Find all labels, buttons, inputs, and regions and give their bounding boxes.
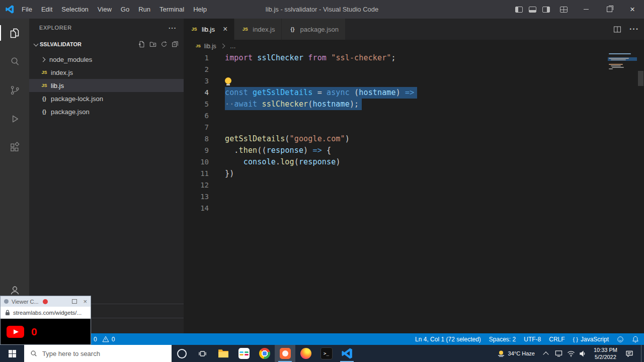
- lightbulb-icon[interactable]: [225, 77, 231, 84]
- code-line-13[interactable]: 13: [184, 191, 644, 203]
- wifi-tray-icon[interactable]: [565, 350, 577, 357]
- code-line-9[interactable]: 9 .then((response) => {: [184, 145, 644, 156]
- file-item-package.json[interactable]: {}package.json: [29, 105, 184, 118]
- file-item-node_modules[interactable]: node_modules: [29, 53, 184, 66]
- toggle-secondary-sidebar-icon[interactable]: [542, 7, 550, 13]
- terminal-button[interactable]: >_: [316, 345, 337, 362]
- start-button[interactable]: [0, 345, 24, 362]
- overlay-restore-icon[interactable]: [72, 299, 77, 304]
- overlay-titlebar[interactable]: Viewer C... ×: [1, 296, 91, 307]
- firefox-button[interactable]: [295, 345, 316, 362]
- code-editor[interactable]: 1import sslChecker from "ssl-checker";23…: [184, 52, 644, 333]
- folder-section-header[interactable]: SSLVALIDATOR: [29, 37, 184, 52]
- hidden-icons-chevron[interactable]: [543, 351, 548, 357]
- search-input[interactable]: [41, 349, 154, 358]
- activity-explorer-icon[interactable]: [0, 19, 29, 47]
- taskbar-clock[interactable]: 10:33 PM 5/2/2022: [589, 346, 622, 360]
- code-line-14[interactable]: 14: [184, 203, 644, 214]
- encoding[interactable]: UTF-8: [524, 336, 541, 343]
- close-button[interactable]: ×: [621, 0, 644, 19]
- minimize-button[interactable]: [575, 0, 598, 19]
- slack-button[interactable]: [233, 345, 254, 362]
- weather-widget[interactable]: 34°C Haze: [492, 349, 540, 357]
- eol-sequence[interactable]: CRLF: [549, 336, 565, 343]
- editor-scrollbar[interactable]: [638, 71, 643, 86]
- menubar: FileEditSelectionViewGoRunTerminalHelp: [17, 0, 211, 19]
- tab-package.json[interactable]: {}package.json: [282, 19, 346, 40]
- line-text: import sslChecker from "ssl-checker";: [225, 52, 396, 64]
- collapse-folders-icon[interactable]: [172, 41, 179, 48]
- overlay-address-bar[interactable]: streamlabs.com/widgets/...: [1, 307, 91, 319]
- cortana-button[interactable]: [172, 345, 192, 362]
- new-folder-icon[interactable]: [149, 41, 156, 48]
- file-item-package-lock.json[interactable]: {}package-lock.json: [29, 92, 184, 105]
- toggle-panel-icon[interactable]: [529, 7, 536, 13]
- feedback-icon[interactable]: [617, 336, 624, 343]
- code-line-6[interactable]: 6: [184, 110, 644, 122]
- close-icon[interactable]: ×: [223, 25, 227, 34]
- taskbar-search[interactable]: [24, 345, 172, 362]
- postman-button[interactable]: [275, 345, 295, 362]
- minimap[interactable]: [608, 53, 637, 83]
- youtube-icon: [7, 326, 24, 338]
- split-editor-icon[interactable]: [613, 26, 621, 33]
- line-number: 11: [184, 168, 209, 179]
- code-line-11[interactable]: 11}): [184, 168, 644, 179]
- menu-item-go[interactable]: Go: [116, 0, 134, 19]
- tab-index.js[interactable]: JSindex.js: [234, 19, 282, 40]
- code-line-7[interactable]: 7: [184, 122, 644, 133]
- vscode-taskbar-button[interactable]: [337, 345, 357, 362]
- restore-button[interactable]: [598, 0, 621, 19]
- activity-source-control-icon[interactable]: [0, 76, 29, 105]
- breadcrumb[interactable]: JS lib.js …: [184, 40, 644, 52]
- show-desktop-button[interactable]: [641, 345, 644, 362]
- customize-layout-icon[interactable]: [560, 7, 568, 13]
- notifications-bell-icon[interactable]: [632, 336, 639, 343]
- line-text: getSslDetails("google.com"): [225, 133, 350, 145]
- explorer-more-actions-icon[interactable]: ···: [169, 24, 177, 32]
- code-line-3[interactable]: 3: [184, 75, 644, 87]
- chrome-button[interactable]: [254, 345, 275, 362]
- task-view-button[interactable]: [192, 345, 213, 362]
- menu-item-edit[interactable]: Edit: [37, 0, 57, 19]
- activity-extensions-icon[interactable]: [0, 133, 29, 162]
- menu-item-file[interactable]: File: [17, 0, 37, 19]
- tab-lib.js[interactable]: JSlib.js×: [184, 19, 234, 40]
- file-item-lib.js[interactable]: JSlib.js: [29, 79, 184, 92]
- indentation[interactable]: Spaces: 2: [489, 336, 516, 343]
- code-line-5[interactable]: 5··await sslChecker(hostname);: [184, 99, 644, 110]
- overlay-url[interactable]: streamlabs.com/widgets/...: [13, 310, 82, 316]
- menu-item-terminal[interactable]: Terminal: [155, 0, 189, 19]
- code-line-8[interactable]: 8getSslDetails("google.com"): [184, 133, 644, 145]
- refresh-icon[interactable]: [160, 41, 168, 48]
- display-tray-icon[interactable]: [553, 350, 565, 357]
- menu-item-run[interactable]: Run: [134, 0, 155, 19]
- activity-run-debug-icon[interactable]: [0, 105, 29, 133]
- code-line-1[interactable]: 1import sslChecker from "ssl-checker";: [184, 52, 644, 64]
- overlay-close-icon[interactable]: ×: [83, 298, 87, 305]
- viewer-overlay-window[interactable]: Viewer C... × streamlabs.com/widgets/...…: [0, 296, 91, 345]
- language-mode[interactable]: { } JavaScript: [573, 336, 609, 343]
- breadcrumb-symbol-ellipsis[interactable]: …: [230, 43, 236, 50]
- code-line-10[interactable]: 10 console.log(response): [184, 156, 644, 168]
- menu-item-help[interactable]: Help: [189, 0, 211, 19]
- breadcrumb-file[interactable]: lib.js: [204, 43, 216, 50]
- new-file-icon[interactable]: [138, 41, 145, 48]
- error-count: 0: [94, 336, 97, 343]
- cursor-position[interactable]: Ln 4, Col 1 (72 selected): [415, 336, 481, 343]
- menu-item-selection[interactable]: Selection: [57, 0, 93, 19]
- lock-icon: [5, 310, 10, 316]
- editor-more-actions-icon[interactable]: ···: [629, 25, 639, 34]
- code-line-4[interactable]: 4const getSslDetails = async (hostname) …: [184, 87, 644, 99]
- code-line-2[interactable]: 2: [184, 64, 644, 75]
- file-explorer-button[interactable]: [213, 345, 233, 362]
- code-line-12[interactable]: 12: [184, 179, 644, 191]
- activity-search-icon[interactable]: [0, 47, 29, 76]
- action-center-icon[interactable]: [622, 350, 637, 357]
- volume-tray-icon[interactable]: [577, 350, 589, 357]
- file-item-index.js[interactable]: JSindex.js: [29, 66, 184, 79]
- file-explorer-icon: [218, 349, 229, 358]
- menu-item-view[interactable]: View: [93, 0, 116, 19]
- toggle-sidebar-icon[interactable]: [515, 7, 523, 13]
- windows-taskbar: >_ 34°C Haze 10:33 PM 5/2/2022: [0, 345, 644, 362]
